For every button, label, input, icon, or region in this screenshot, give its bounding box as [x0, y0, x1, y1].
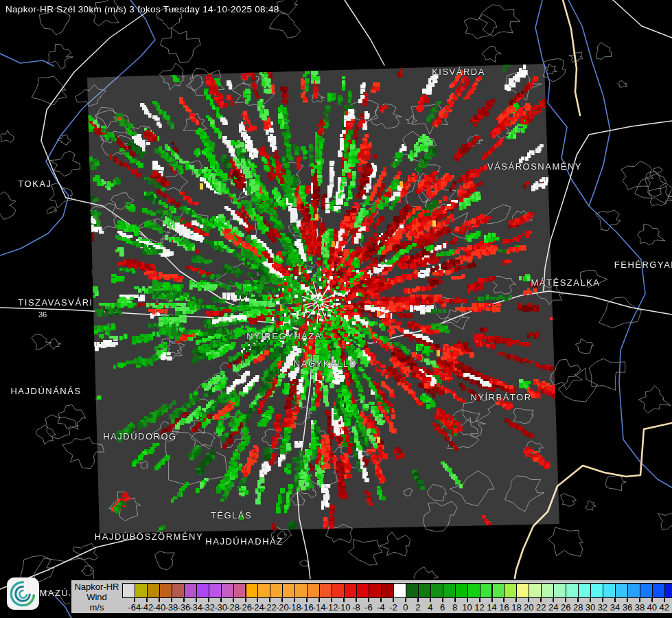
legend-tick-mark — [245, 597, 246, 602]
legend-cell — [492, 583, 505, 598]
legend-tick-mark — [590, 597, 591, 602]
legend-cell — [443, 583, 456, 598]
legend-tick-label: -6 — [364, 602, 373, 613]
legend-tick-mark — [528, 597, 529, 602]
legend-cell — [246, 583, 259, 598]
legend-cell — [406, 583, 419, 598]
legend-tick-label: 10 — [462, 602, 472, 613]
legend-tick-mark — [602, 597, 603, 602]
legend-tick-label: 30 — [586, 602, 595, 613]
legend-cell — [590, 583, 603, 598]
legend-cell — [233, 583, 246, 598]
legend-tick-label: 18 — [511, 602, 521, 613]
legend-tick-label: -64 — [128, 602, 141, 613]
legend-tick-mark — [639, 597, 640, 602]
radar-map-canvas — [0, 0, 672, 618]
legend-tick-mark — [479, 597, 480, 602]
legend-tick-label: 28 — [573, 602, 583, 613]
legend-tick-mark — [491, 597, 493, 602]
legend-tick-label: -10 — [338, 602, 351, 613]
wind-speed-legend: Napkor-HR Wind m/s -64-42-40-38-36-34-32… — [70, 579, 672, 615]
legend-tick-label: -18 — [288, 602, 301, 613]
legend-cell — [640, 583, 653, 598]
legend-tick-mark — [331, 597, 332, 602]
legend-cell — [566, 583, 579, 598]
legend-cell — [122, 583, 135, 598]
legend-tick-mark — [565, 597, 566, 602]
legend-cell — [418, 583, 431, 598]
legend-tick-mark — [146, 597, 148, 602]
legend-tick-label: -4 — [377, 602, 385, 613]
radar-product-title: Napkor-HR Szél 30km (m/s) 3 fokos Tuesda… — [5, 4, 279, 14]
legend-cell — [332, 583, 345, 598]
legend-cell — [603, 583, 616, 598]
road-number-label: 36 — [38, 310, 47, 319]
legend-tick-mark — [233, 597, 234, 602]
legend-cell — [615, 583, 628, 598]
legend-tick-label: -42 — [140, 602, 153, 613]
legend-tick-mark — [208, 597, 209, 602]
legend-cell — [541, 583, 554, 598]
legend-tick-mark — [503, 597, 505, 602]
legend-cell — [196, 583, 209, 598]
legend-tick-label: -38 — [165, 602, 178, 613]
legend-tick-label: -28 — [227, 602, 240, 613]
legend-cell — [529, 583, 542, 598]
legend-tick-label: 2 — [415, 602, 420, 613]
legend-tick-mark — [368, 597, 369, 602]
legend-tick-mark — [393, 597, 394, 602]
legend-cell — [381, 583, 394, 598]
legend-tick-label: 38 — [635, 602, 645, 613]
legend-tick-mark — [417, 597, 419, 602]
legend-tick-mark — [380, 597, 382, 602]
legend-tick-label: 34 — [610, 602, 620, 613]
legend-tick-label: 32 — [598, 602, 607, 613]
legend-tick-mark — [257, 597, 258, 602]
legend-tick-label: 6 — [440, 602, 445, 613]
legend-tick-label: 26 — [561, 602, 570, 613]
legend-cell — [294, 583, 308, 598]
legend-tick-mark — [306, 597, 308, 602]
legend-cell — [172, 583, 185, 598]
legend-tick-mark — [454, 597, 456, 602]
legend-tick-label: -26 — [239, 602, 252, 613]
legend-cell — [467, 583, 480, 598]
legend-tick-mark — [171, 597, 172, 602]
legend-tick-mark — [134, 597, 135, 602]
legend-tick-mark — [159, 597, 160, 602]
legend-tick-mark — [183, 597, 185, 602]
legend-tick-label: 40 — [647, 602, 657, 613]
legend-tick-mark — [220, 597, 222, 602]
legend-cell — [135, 583, 148, 598]
legend-cell — [356, 583, 369, 598]
legend-cell — [184, 583, 197, 598]
legend-cell — [578, 583, 591, 598]
legend-cell — [257, 583, 270, 598]
legend-tick-mark — [294, 597, 295, 602]
legend-cell — [319, 583, 332, 598]
legend-tick-mark — [577, 597, 579, 602]
legend-tick-mark — [430, 597, 431, 602]
legend-tick-label: -32 — [202, 602, 215, 613]
legend-tick-mark — [356, 597, 357, 602]
legend-tick-label: 0 — [403, 602, 408, 613]
legend-tick-mark — [664, 597, 665, 602]
legend-cell — [159, 583, 172, 598]
legend-tick-mark — [318, 597, 320, 602]
legend-cell — [209, 583, 222, 598]
legend-cell — [480, 583, 493, 598]
legend-cell — [664, 583, 672, 598]
legend-cell — [307, 583, 320, 598]
legend-tick-label: -40 — [152, 602, 165, 613]
legend-tick-label: 4 — [428, 602, 432, 613]
legend-tick-mark — [343, 597, 345, 602]
legend-cell — [344, 583, 357, 598]
legend-tick-mark — [553, 597, 554, 602]
legend-tick-label: 20 — [524, 602, 533, 613]
legend-tick-label: 16 — [499, 602, 509, 613]
legend-cell — [455, 583, 468, 598]
legend-tick-label: -36 — [177, 602, 190, 613]
legend-tick-label: 22 — [536, 602, 546, 613]
legend-tick-label: 36 — [623, 602, 632, 613]
legend-tick-mark — [651, 597, 653, 602]
